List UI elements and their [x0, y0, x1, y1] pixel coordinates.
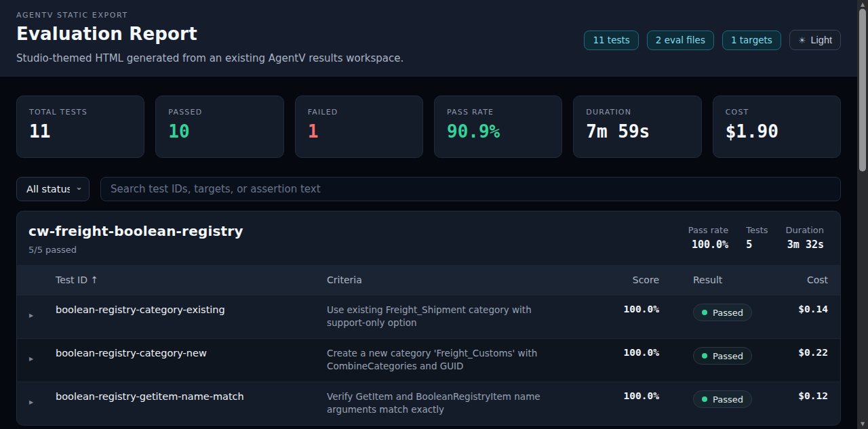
criteria-cell: Use existing Freight_Shipment category w… — [327, 304, 598, 329]
vertical-scrollbar[interactable]: ▲ ▼ — [857, 0, 868, 429]
test-id-cell: boolean-registry-category-new — [56, 347, 327, 359]
cost-cell: $0.12 — [795, 390, 840, 401]
page-subtitle: Studio-themed HTML generated from an exi… — [16, 52, 403, 64]
section-stats: Pass rate 100.0% Tests 5 Duration 3m 32s — [688, 225, 824, 251]
column-header-result[interactable]: Result — [693, 274, 795, 285]
expander-cell: ▶ — [17, 390, 56, 407]
expander-cell: ▶ — [17, 304, 56, 320]
stat-card-passed: PASSED 10 — [155, 96, 283, 158]
column-header-score[interactable]: Score — [598, 274, 673, 285]
stat-value: 11 — [29, 121, 132, 142]
summary-stats-row: TOTAL TESTS 11 PASSED 10 FAILED 1 PASS R… — [16, 96, 841, 158]
expand-row-icon[interactable]: ▶ — [29, 312, 33, 319]
mini-stat-value: 3m 32s — [786, 239, 824, 251]
criteria-cell: Verify GetItem and BooleanRegistryItem n… — [327, 390, 598, 416]
scrollbar-up-arrow-icon[interactable]: ▲ — [857, 1, 868, 9]
column-header-criteria[interactable]: Criteria — [327, 274, 598, 285]
page-title: Evaluation Report — [16, 24, 403, 44]
expander-cell: ▶ — [17, 347, 56, 363]
sun-icon: ☀ — [798, 35, 806, 45]
eval-file-section: cw-freight-boolean-registry 5/5 passed P… — [16, 211, 841, 426]
stat-card-cost: COST $1.90 — [713, 96, 841, 158]
targets-count-badge: 1 targets — [722, 30, 781, 50]
stat-label: PASSED — [168, 108, 271, 117]
cost-cell: $0.14 — [795, 304, 840, 314]
column-header-test-id[interactable]: Test ID ↑ — [56, 274, 327, 285]
eyebrow-label: AGENTV STATIC EXPORT — [16, 11, 403, 20]
score-cell: 100.0% — [598, 347, 673, 358]
table-header-row: Test ID ↑ Criteria Score Result Cost — [17, 265, 840, 295]
mini-stat-duration: Duration 3m 32s — [786, 225, 824, 251]
eval-files-count-badge: 2 eval files — [647, 30, 714, 50]
result-cell: Passed — [693, 304, 795, 321]
theme-toggle-button[interactable]: ☀ Light — [789, 30, 841, 50]
scrollbar-thumb[interactable] — [859, 9, 866, 171]
mini-stat-label: Pass rate — [688, 225, 728, 235]
stat-card-failed: FAILED 1 — [295, 96, 423, 158]
result-cell: Passed — [693, 347, 795, 365]
stat-label: PASS RATE — [447, 108, 549, 117]
status-badge-label: Passed — [713, 394, 743, 405]
status-dot-icon — [702, 353, 707, 359]
status-dot-icon — [702, 396, 707, 402]
section-passed-summary: 5/5 passed — [28, 245, 243, 255]
section-title-block: cw-freight-boolean-registry 5/5 passed — [28, 223, 243, 255]
status-filter-select[interactable]: All status — [16, 177, 90, 201]
sort-asc-icon: ↑ — [90, 274, 98, 285]
section-title: cw-freight-boolean-registry — [28, 223, 243, 239]
status-badge: Passed — [693, 347, 752, 365]
stat-card-total-tests: TOTAL TESTS 11 — [16, 96, 144, 158]
table-row[interactable]: ▶ boolean-registry-category-existing Use… — [17, 295, 840, 338]
mini-stat-value: 5 — [746, 239, 768, 251]
column-header-cost[interactable]: Cost — [795, 274, 840, 285]
table-body: ▶ boolean-registry-category-existing Use… — [17, 295, 840, 425]
table-row[interactable]: ▶ boolean-registry-category-new Create a… — [17, 338, 840, 382]
score-cell: 100.0% — [598, 304, 673, 314]
filter-bar: All status ⌄ — [16, 177, 841, 201]
column-header-label: Test ID — [56, 274, 87, 285]
mini-stat-value: 100.0% — [688, 239, 728, 251]
test-id-cell: boolean-registry-category-existing — [56, 304, 327, 315]
stat-value: 1 — [308, 121, 410, 142]
stat-card-pass-rate: PASS RATE 90.9% — [434, 96, 562, 158]
stat-value: 90.9% — [447, 121, 549, 142]
mini-stat-label: Tests — [746, 225, 768, 235]
stat-label: TOTAL TESTS — [29, 108, 132, 117]
scrollbar-down-arrow-icon[interactable]: ▼ — [857, 420, 868, 428]
search-input[interactable] — [100, 177, 841, 201]
header-band: AGENTV STATIC EXPORT Evaluation Report S… — [0, 0, 868, 77]
header-badge-row: 11 tests 2 eval files 1 targets ☀ Light — [584, 30, 841, 50]
stat-label: DURATION — [586, 108, 688, 117]
status-badge: Passed — [693, 390, 752, 408]
cost-cell: $0.22 — [795, 347, 840, 358]
status-dot-icon — [702, 310, 707, 315]
section-header: cw-freight-boolean-registry 5/5 passed P… — [17, 211, 840, 265]
status-badge: Passed — [693, 304, 752, 321]
test-id-cell: boolean-registry-getitem-name-match — [56, 390, 327, 402]
criteria-cell: Create a new category 'Freight_Customs' … — [327, 347, 598, 373]
expand-row-icon[interactable]: ▶ — [29, 356, 33, 362]
stat-value: $1.90 — [726, 121, 828, 142]
mini-stat-label: Duration — [786, 225, 824, 235]
stat-card-duration: DURATION 7m 59s — [573, 96, 701, 158]
theme-toggle-label: Light — [811, 35, 832, 45]
result-cell: Passed — [693, 390, 795, 408]
status-badge-label: Passed — [713, 351, 743, 361]
mini-stat-pass-rate: Pass rate 100.0% — [688, 225, 728, 251]
score-cell: 100.0% — [598, 390, 673, 401]
stat-value: 7m 59s — [586, 121, 688, 142]
table-row[interactable]: ▶ boolean-registry-getitem-name-match Ve… — [17, 382, 840, 425]
stat-label: COST — [726, 108, 828, 117]
header-text-block: AGENTV STATIC EXPORT Evaluation Report S… — [16, 11, 403, 64]
status-filter-wrap: All status ⌄ — [16, 177, 90, 201]
status-badge-label: Passed — [713, 308, 743, 318]
tests-count-badge: 11 tests — [584, 30, 638, 50]
expand-row-icon[interactable]: ▶ — [29, 399, 33, 405]
mini-stat-tests: Tests 5 — [746, 225, 768, 251]
stat-label: FAILED — [308, 108, 410, 117]
stat-value: 10 — [168, 121, 271, 142]
